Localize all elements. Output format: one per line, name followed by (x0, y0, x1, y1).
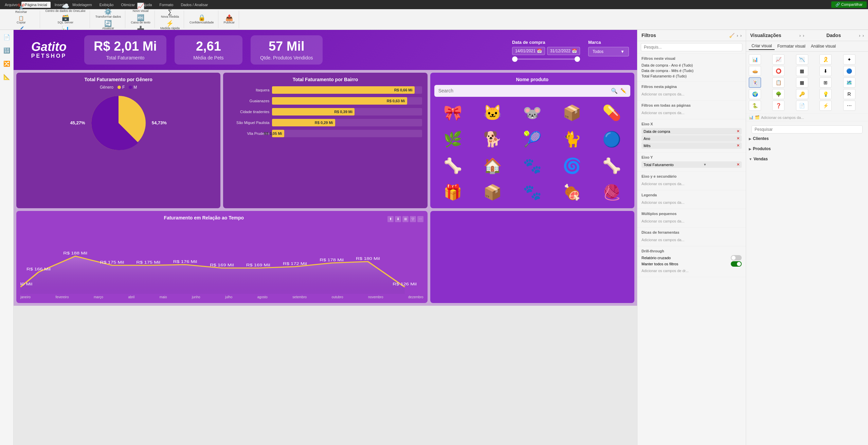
medida-rapida-btn[interactable]: ⚡Medida rápida (159, 20, 181, 31)
manter-toggle[interactable] (731, 261, 742, 267)
add-sec-field[interactable]: Adicionar os campos da... (641, 180, 742, 187)
viz-treemap-icon[interactable]: ▦ (796, 66, 808, 76)
data-section-produtos-header[interactable]: ▶ Produtos (749, 145, 865, 153)
dax-icon[interactable]: 📐 (2, 72, 12, 82)
sql-btn[interactable]: 🗃️SQL Server (56, 14, 75, 25)
viz-donut-icon[interactable]: ⭕ (772, 66, 784, 76)
calendar-to-icon[interactable]: 📅 (572, 49, 577, 53)
sub-tab-formatar[interactable]: Formatar visual (775, 43, 808, 50)
slider-thumb-right[interactable] (575, 56, 580, 62)
viz-smart-icon[interactable]: 💡 (819, 89, 832, 99)
brand-select[interactable]: Todos ▼ (588, 47, 629, 56)
tab-dados-analisar[interactable]: Dados / Analisar (177, 2, 211, 8)
add-dicas-field[interactable]: Adicionar os campos da... (641, 236, 742, 243)
viz-line-icon[interactable]: 📈 (772, 54, 784, 65)
novo-visual-btn[interactable]: 📈Novo visual (131, 2, 150, 13)
viz-area-icon[interactable]: 📉 (796, 54, 808, 65)
viz-more-icon[interactable]: ⋯ (843, 101, 855, 111)
add-visual-field[interactable]: Adicionar os campos da... (761, 115, 804, 120)
product-item-0[interactable]: 🎀 (434, 101, 471, 125)
onelake-btn[interactable]: ☁️Centro de dados do OneLake (44, 2, 87, 13)
product-item-6[interactable]: 🐕 (474, 127, 511, 151)
viz-python-icon[interactable]: 🐍 (749, 101, 761, 111)
remove-total-btn[interactable]: ✕ (737, 162, 740, 167)
date-slider[interactable] (512, 58, 580, 60)
viz-decomp-icon[interactable]: 🌳 (772, 89, 784, 99)
product-item-14[interactable]: 🦴 (593, 154, 630, 178)
ctrl-filter[interactable]: ▽ (410, 216, 416, 222)
data-section-clientes-header[interactable]: ▶ Clientes (749, 135, 865, 142)
filter-search-input[interactable] (641, 43, 742, 51)
search-input[interactable] (438, 88, 608, 93)
viz-ribbon-icon[interactable]: 🎗️ (819, 54, 832, 65)
search-bar[interactable]: 🔍 ✏️ (434, 85, 630, 97)
product-item-8[interactable]: 🐈 (554, 127, 591, 151)
product-item-3[interactable]: 📦 (554, 101, 591, 125)
nova-medida-btn[interactable]: ∑Nova medida (160, 8, 180, 19)
product-item-1[interactable]: 🐱 (474, 101, 511, 125)
viz-card-icon[interactable]: 🃏 (749, 77, 761, 88)
add-all-field[interactable]: Adicionar os campos da... (641, 109, 742, 116)
product-item-7[interactable]: 🎾 (514, 127, 551, 151)
data-search-input[interactable] (752, 125, 863, 134)
viz-filled-map-icon[interactable]: 🌍 (749, 89, 761, 99)
viz-paginated-icon[interactable]: 📄 (796, 101, 808, 111)
chevron-right-icon2[interactable]: › (740, 33, 742, 38)
sub-tab-criar[interactable]: Criar visual (749, 42, 775, 50)
ctrl-expand[interactable]: ⊞ (402, 216, 409, 222)
eraser-icon[interactable]: 🧹 (729, 33, 735, 38)
remove-mes-btn[interactable]: ✕ (737, 143, 740, 148)
excel-btn[interactable]: 📗Pasta de trabalho do Excel (46, 0, 85, 2)
add-page-field[interactable]: Adicionar os campos da... (641, 91, 742, 97)
product-item-9[interactable]: 🔵 (593, 127, 630, 151)
add-multiplos-field[interactable]: Adicionar os campos da... (641, 218, 742, 225)
caixa-texto-btn[interactable]: 🔤Caixa de texto (129, 14, 152, 25)
product-item-12[interactable]: 🐾 (514, 154, 551, 178)
viz-qna-icon[interactable]: ❓ (772, 101, 784, 111)
viz-power-apps-icon[interactable]: ⚡ (819, 101, 832, 111)
product-item-15[interactable]: 🎁 (434, 180, 471, 204)
add-legenda-field[interactable]: Adicionar os campos da... (641, 199, 742, 206)
product-item-11[interactable]: 🏠 (474, 154, 511, 178)
data-section-vendas-header[interactable]: ▼ Vendas (749, 155, 865, 163)
model-icon[interactable]: 🔀 (2, 59, 12, 68)
ctrl-down[interactable]: ⬇ (395, 216, 401, 222)
tab-formato[interactable]: Formato (156, 2, 177, 8)
slider-track[interactable] (512, 58, 580, 60)
viz-matrix-icon[interactable]: ⊞ (819, 77, 832, 88)
recortar-btn[interactable]: ✂️Recortar (14, 3, 29, 14)
product-item-5[interactable]: 🌿 (434, 127, 471, 151)
viz-chevron2-icon[interactable]: › (803, 33, 804, 38)
viz-gauge-icon[interactable]: 🔵 (843, 66, 855, 76)
atualizar-btn[interactable]: 🔄Atualizar (101, 20, 115, 31)
calendar-from-icon[interactable]: 📅 (537, 49, 542, 53)
remove-ano-btn[interactable]: ✕ (737, 136, 740, 141)
tab-exibicao[interactable]: Exibição (96, 2, 117, 8)
product-item-19[interactable]: 🧶 (593, 180, 630, 204)
viz-scatter-icon[interactable]: ✦ (843, 54, 855, 65)
remove-data-btn[interactable]: ✕ (737, 129, 740, 134)
data-chevron2-icon[interactable]: › (863, 33, 864, 38)
confidencialidade-btn[interactable]: 🔒Confidencialidade (188, 14, 215, 25)
date-from-input[interactable]: 14/01/2021 📅 (512, 47, 545, 55)
product-item-13[interactable]: 🌀 (554, 154, 591, 178)
data-chevron-icon[interactable]: › (859, 33, 860, 38)
product-item-2[interactable]: 🐭 (514, 101, 551, 125)
product-item-18[interactable]: 🍖 (554, 180, 591, 204)
report-icon[interactable]: 📄 (2, 33, 12, 42)
transformar-btn[interactable]: ⚙️Transformar dados (94, 8, 123, 19)
viz-kpi-icon[interactable]: 📋 (772, 77, 784, 88)
ctrl-more[interactable]: ⋯ (417, 216, 423, 222)
viz-bar-icon[interactable]: 📊 (749, 54, 761, 65)
chevron-right-icon[interactable]: › (737, 33, 738, 38)
relatorio-toggle[interactable] (731, 255, 742, 261)
product-item-4[interactable]: 💊 (593, 101, 630, 125)
viz-key-icon[interactable]: 🔑 (796, 89, 808, 99)
viz-chevron-icon[interactable]: › (799, 33, 801, 38)
viz-funnel-icon[interactable]: ⬇ (819, 66, 832, 76)
product-item-16[interactable]: 📦 (474, 180, 511, 204)
viz-map-icon[interactable]: 🗺️ (843, 77, 855, 88)
table-icon[interactable]: 🔢 (2, 46, 12, 55)
date-to-input[interactable]: 31/12/2022 📅 (547, 47, 580, 55)
product-item-10[interactable]: 🦴 (434, 154, 471, 178)
